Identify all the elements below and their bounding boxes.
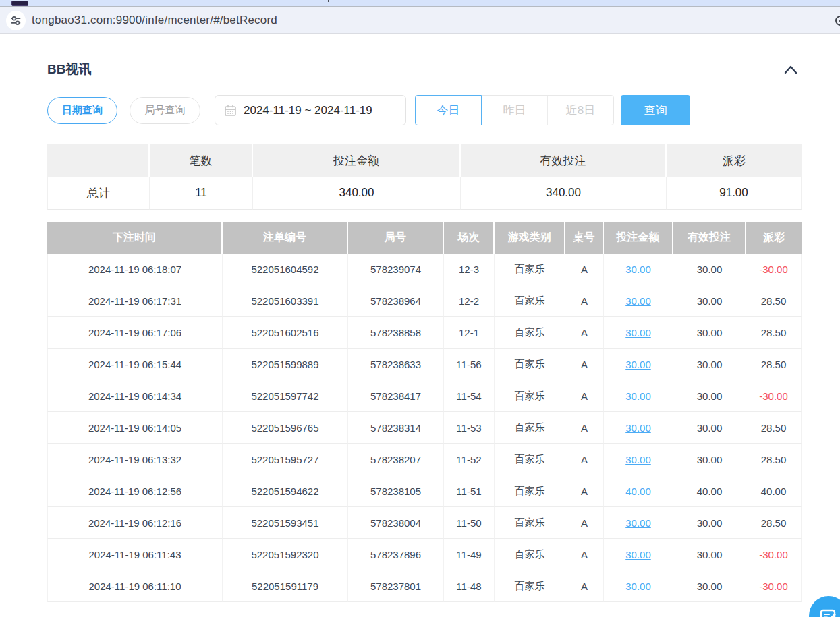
table-row: 2024-11-19 06:14:05522051596765578238314… — [47, 412, 802, 444]
table-row: 2024-11-19 06:14:34522051597742578238417… — [47, 380, 802, 412]
cell-bet: 30.00 — [604, 349, 673, 380]
table-row: 2024-11-19 06:17:31522051603391578238964… — [47, 285, 802, 317]
collapse-button[interactable] — [783, 64, 799, 75]
cell-order_no: 522051591179 — [223, 570, 348, 602]
cell-payout: 28.50 — [746, 412, 802, 444]
cell-time: 2024-11-19 06:12:16 — [47, 507, 223, 539]
cell-valid: 30.00 — [673, 285, 746, 317]
cell-round_no: 578238105 — [348, 475, 444, 507]
bet-amount-link[interactable]: 30.00 — [625, 327, 651, 339]
cell-bet: 30.00 — [604, 507, 673, 539]
cell-payout: -30.00 — [746, 539, 802, 570]
search-button[interactable]: 查询 — [621, 95, 690, 125]
url-text[interactable]: tongbao31.com:9900/infe/mcenter/#/betRec… — [32, 13, 277, 27]
chevron-up-icon — [783, 64, 799, 75]
cell-order_no: 522051599889 — [223, 349, 348, 380]
tab-divider — [328, 0, 329, 2]
cell-session: 12-1 — [444, 317, 495, 349]
cell-payout: 28.50 — [746, 317, 802, 349]
cell-time: 2024-11-19 06:17:06 — [47, 317, 223, 349]
cell-round_no: 578238858 — [348, 317, 444, 349]
cell-table: A — [565, 380, 604, 412]
bet-amount-link[interactable]: 30.00 — [625, 454, 651, 465]
browser-tab-strip — [0, 0, 840, 7]
cell-time: 2024-11-19 06:14:05 — [47, 412, 223, 444]
summary-table: 笔数 投注金额 有效投注 派彩 总计 11 340.00 340.00 91.0… — [47, 144, 802, 210]
cell-table: A — [565, 349, 604, 380]
cell-round_no: 578238004 — [348, 507, 444, 539]
cell-time: 2024-11-19 06:17:31 — [47, 285, 223, 317]
cell-session: 11-53 — [444, 412, 495, 444]
summary-total-payout: 91.00 — [667, 177, 802, 210]
cell-time: 2024-11-19 06:11:10 — [47, 570, 223, 602]
cell-table: A — [565, 475, 604, 507]
summary-header-payout: 派彩 — [667, 144, 802, 177]
quick-range-today[interactable]: 今日 — [415, 95, 482, 125]
cell-game: 百家乐 — [495, 507, 565, 539]
cell-valid: 40.00 — [673, 475, 746, 507]
header-bet-time: 下注时间 — [47, 222, 223, 254]
table-row: 2024-11-19 06:17:06522051602516578238858… — [47, 317, 802, 349]
summary-header-row: 笔数 投注金额 有效投注 派彩 — [47, 144, 802, 177]
cell-valid: 30.00 — [673, 254, 746, 285]
cell-order_no: 522051592320 — [223, 539, 348, 570]
cell-payout: 28.50 — [746, 285, 802, 317]
header-round-number: 局号 — [348, 222, 444, 254]
bet-amount-link[interactable]: 30.00 — [625, 295, 651, 307]
table-row: 2024-11-19 06:12:16522051593451578238004… — [47, 507, 802, 539]
quick-range-group: 今日 昨日 近8日 — [415, 95, 614, 125]
site-info-button[interactable] — [6, 11, 26, 30]
header-valid-bet: 有效投注 — [673, 222, 746, 254]
cell-session: 11-49 — [444, 539, 495, 570]
cell-session: 11-51 — [444, 475, 495, 507]
extension-circle-icon[interactable] — [835, 16, 840, 26]
summary-header-bet-amount: 投注金额 — [253, 144, 461, 177]
header-session: 场次 — [444, 222, 495, 254]
summary-total-count: 11 — [150, 177, 253, 210]
cell-game: 百家乐 — [495, 570, 565, 602]
date-query-tab[interactable]: 日期查询 — [47, 97, 117, 124]
cell-order_no: 522051593451 — [223, 507, 348, 539]
cell-table: A — [565, 285, 604, 317]
cell-bet: 30.00 — [604, 444, 673, 475]
cell-time: 2024-11-19 06:11:43 — [47, 539, 223, 570]
cell-game: 百家乐 — [495, 380, 565, 412]
cell-table: A — [565, 317, 604, 349]
cell-table: A — [565, 570, 604, 602]
bet-amount-link[interactable]: 30.00 — [625, 264, 651, 275]
cell-round_no: 578237801 — [348, 570, 444, 602]
cell-time: 2024-11-19 06:15:44 — [47, 349, 223, 380]
cell-game: 百家乐 — [495, 254, 565, 285]
header-bet-amount: 投注金额 — [604, 222, 673, 254]
cell-session: 12-2 — [444, 285, 495, 317]
quick-range-yesterday[interactable]: 昨日 — [482, 96, 548, 125]
bet-table-header-row: 下注时间 注单编号 局号 场次 游戏类别 桌号 投注金额 有效投注 派彩 — [47, 222, 802, 254]
date-range-picker[interactable]: 2024-11-19 ~ 2024-11-19 — [215, 95, 406, 125]
round-query-tab[interactable]: 局号查询 — [130, 97, 200, 124]
cell-round_no: 578238417 — [348, 380, 444, 412]
bet-amount-link[interactable]: 30.00 — [625, 581, 651, 592]
table-row: 2024-11-19 06:13:32522051595727578238207… — [47, 444, 802, 475]
browser-address-bar[interactable]: tongbao31.com:9900/infe/mcenter/#/betRec… — [0, 7, 840, 34]
bet-amount-link[interactable]: 30.00 — [625, 390, 651, 402]
cell-table: A — [565, 412, 604, 444]
bet-amount-link[interactable]: 30.00 — [625, 359, 651, 370]
bet-amount-link[interactable]: 30.00 — [625, 422, 651, 434]
header-payout: 派彩 — [746, 222, 802, 254]
table-row: 2024-11-19 06:15:44522051599889578238633… — [47, 349, 802, 380]
summary-header-blank — [47, 144, 150, 177]
cell-session: 12-3 — [444, 254, 495, 285]
bet-amount-link[interactable]: 30.00 — [625, 517, 651, 529]
bet-amount-link[interactable]: 30.00 — [625, 549, 651, 560]
quick-range-last8days[interactable]: 近8日 — [548, 96, 613, 125]
bet-record-table: 下注时间 注单编号 局号 场次 游戏类别 桌号 投注金额 有效投注 派彩 202… — [47, 222, 802, 602]
bet-amount-link[interactable]: 40.00 — [625, 486, 651, 497]
cell-bet: 40.00 — [604, 475, 673, 507]
cell-order_no: 522051597742 — [223, 380, 348, 412]
cell-game: 百家乐 — [495, 285, 565, 317]
cell-session: 11-54 — [444, 380, 495, 412]
bet-record-page: BB视讯 日期查询 局号查询 2024-11-19 ~ 2024-11-19 今… — [0, 40, 840, 602]
table-row: 2024-11-19 06:18:07522051604592578239074… — [47, 254, 802, 285]
summary-header-count: 笔数 — [150, 144, 253, 177]
edit-note-icon — [819, 606, 838, 617]
